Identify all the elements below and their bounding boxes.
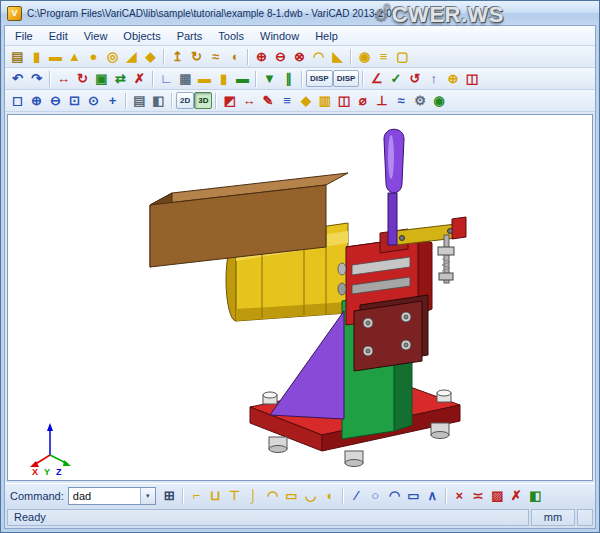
- line-icon[interactable]: ∕: [347, 486, 366, 505]
- model-clamp-plates[interactable]: [354, 295, 428, 371]
- align-solids-icon[interactable]: ∥: [279, 69, 298, 88]
- info-icon[interactable]: ◉: [429, 91, 448, 110]
- drawing-canvas[interactable]: X Y Z: [7, 114, 593, 481]
- wireframe-box-icon[interactable]: ▦: [176, 69, 195, 88]
- measure-angle-icon[interactable]: ∠: [367, 69, 386, 88]
- part-library-icon[interactable]: ▥: [315, 91, 334, 110]
- copy-icon[interactable]: ▣: [92, 69, 111, 88]
- chamfer-edge-icon[interactable]: ◣: [328, 47, 347, 66]
- profile-arc-icon[interactable]: ◠: [263, 486, 282, 505]
- menu-item[interactable]: Window: [252, 28, 307, 44]
- attributes-icon[interactable]: ◆: [296, 91, 315, 110]
- constraint-icon[interactable]: ⊥: [372, 91, 391, 110]
- display-wire-button[interactable]: DISP: [333, 70, 360, 87]
- layers-icon[interactable]: ≡: [277, 91, 296, 110]
- undo-icon[interactable]: ↶: [8, 69, 27, 88]
- mode-3d-button[interactable]: 3D: [194, 92, 212, 109]
- view-axonometric-icon[interactable]: ◧: [149, 91, 168, 110]
- properties-icon[interactable]: ◧: [526, 486, 545, 505]
- move-up-icon[interactable]: ↑: [424, 69, 443, 88]
- menu-item[interactable]: File: [7, 28, 41, 44]
- model-linkage-arm[interactable]: [396, 217, 466, 245]
- insert-solid-icon[interactable]: ▼: [260, 69, 279, 88]
- rotate-icon[interactable]: ↻: [73, 69, 92, 88]
- menu-item[interactable]: Help: [307, 28, 346, 44]
- menu-item[interactable]: Objects: [115, 28, 168, 44]
- bolt-circle-icon[interactable]: ⌀: [353, 91, 372, 110]
- polyline-icon[interactable]: ∧: [423, 486, 442, 505]
- cylinder-vertical-icon[interactable]: ▮: [214, 69, 233, 88]
- attach-icon[interactable]: ⊕: [443, 69, 462, 88]
- boolean-union-icon[interactable]: ⊕: [252, 47, 271, 66]
- sketch-plane-icon[interactable]: ▤: [8, 47, 27, 66]
- chevron-down-icon[interactable]: ▾: [140, 488, 155, 504]
- gear-tool-icon[interactable]: ⚙: [410, 91, 429, 110]
- dimension-icon[interactable]: ↔: [239, 91, 258, 110]
- display-solid-button[interactable]: DISP: [306, 70, 333, 87]
- arc-icon[interactable]: ◠: [385, 486, 404, 505]
- solid-prism-icon[interactable]: ◆: [141, 47, 160, 66]
- fillet-edge-icon[interactable]: ◠: [309, 47, 328, 66]
- profile-slot-icon[interactable]: ◖: [320, 486, 339, 505]
- boolean-intersect-icon[interactable]: ⊗: [290, 47, 309, 66]
- profile-round-icon[interactable]: ◡: [301, 486, 320, 505]
- command-input[interactable]: dad ▾: [68, 487, 156, 505]
- move-icon[interactable]: ↔: [54, 69, 73, 88]
- spring-icon[interactable]: ≈: [391, 91, 410, 110]
- model-handle[interactable]: [384, 129, 404, 245]
- pipe-icon[interactable]: ◖: [225, 47, 244, 66]
- coordinate-axes-icon[interactable]: ∟: [157, 69, 176, 88]
- cylinder-green-icon[interactable]: ▬: [233, 69, 252, 88]
- view-front-icon[interactable]: ▤: [130, 91, 149, 110]
- boolean-subtract-icon[interactable]: ⊖: [271, 47, 290, 66]
- menu-item[interactable]: Edit: [41, 28, 76, 44]
- menu-item[interactable]: Tools: [210, 28, 252, 44]
- delete-icon[interactable]: ✗: [130, 69, 149, 88]
- regenerate-icon[interactable]: ↺: [405, 69, 424, 88]
- cylinder-horizontal-icon[interactable]: ▬: [195, 69, 214, 88]
- title-bar[interactable]: V C:\Program Files\VariCAD\lib\sample\tu…: [1, 1, 599, 25]
- trim-icon[interactable]: ×: [450, 486, 469, 505]
- model-threaded-rod[interactable]: [438, 235, 454, 283]
- model-gusset[interactable]: [270, 311, 344, 419]
- solid-cylinder-icon[interactable]: ▬: [46, 47, 65, 66]
- solid-torus-icon[interactable]: ◎: [103, 47, 122, 66]
- group-icon[interactable]: ◫: [462, 69, 481, 88]
- menu-item[interactable]: View: [76, 28, 116, 44]
- solid-box-icon[interactable]: ▮: [27, 47, 46, 66]
- command-value[interactable]: dad: [69, 488, 140, 504]
- profile-t-icon[interactable]: ⊤: [225, 486, 244, 505]
- check-solids-icon[interactable]: ✓: [386, 69, 405, 88]
- erase-icon[interactable]: ✗: [507, 486, 526, 505]
- resize-grip[interactable]: [577, 509, 593, 526]
- revolve-icon[interactable]: ↻: [187, 47, 206, 66]
- sweep-icon[interactable]: ≈: [206, 47, 225, 66]
- hole-icon[interactable]: ◉: [355, 47, 374, 66]
- solid-wedge-icon[interactable]: ◢: [122, 47, 141, 66]
- circle-icon[interactable]: ○: [366, 486, 385, 505]
- solid-cone-icon[interactable]: ▲: [65, 47, 84, 66]
- mode-2d-button[interactable]: 2D: [176, 92, 194, 109]
- assembly-icon[interactable]: ◫: [334, 91, 353, 110]
- profile-rect-icon[interactable]: ▭: [282, 486, 301, 505]
- solid-sphere-icon[interactable]: ●: [84, 47, 103, 66]
- thread-icon[interactable]: ≡: [374, 47, 393, 66]
- zoom-out-icon[interactable]: ⊖: [46, 91, 65, 110]
- hatch-icon[interactable]: ▨: [488, 486, 507, 505]
- text-annotation-icon[interactable]: ✎: [258, 91, 277, 110]
- zoom-in-icon[interactable]: ⊕: [27, 91, 46, 110]
- profile-step-icon[interactable]: ⌡: [244, 486, 263, 505]
- rectangle-icon[interactable]: ▭: [404, 486, 423, 505]
- extrude-icon[interactable]: ↥: [168, 47, 187, 66]
- mirror-icon[interactable]: ⇄: [111, 69, 130, 88]
- keyboard-input-icon[interactable]: ⊞: [160, 486, 179, 505]
- section-view-icon[interactable]: ◩: [220, 91, 239, 110]
- offset-icon[interactable]: ≍: [469, 486, 488, 505]
- zoom-window-icon[interactable]: ◻: [8, 91, 27, 110]
- pan-icon[interactable]: +: [103, 91, 122, 110]
- profile-u-icon[interactable]: ⊔: [206, 486, 225, 505]
- redo-icon[interactable]: ↷: [27, 69, 46, 88]
- zoom-all-icon[interactable]: ⊡: [65, 91, 84, 110]
- profile-l-icon[interactable]: ⌐: [187, 486, 206, 505]
- shell-icon[interactable]: ▢: [393, 47, 412, 66]
